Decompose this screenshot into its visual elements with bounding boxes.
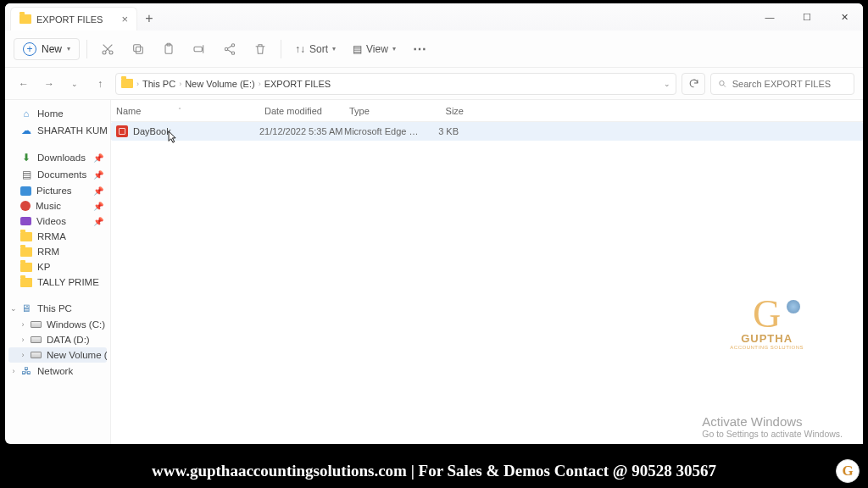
copy-icon[interactable] (125, 36, 152, 62)
chevron-down-icon: ▾ (332, 45, 336, 53)
sidebar-item-network[interactable]: › 🖧 Network (8, 363, 107, 380)
back-button[interactable]: ← (14, 74, 34, 94)
body: ⌂ Home ☁ SHARATH KUMAR ⬇ Downloads 📌 ▤ D… (5, 100, 863, 444)
sidebar-item-tally[interactable]: TALLY PRIME (8, 274, 107, 290)
sidebar-item-home[interactable]: ⌂ Home (8, 105, 107, 122)
chevron-right-icon: › (179, 80, 181, 88)
sidebar: ⌂ Home ☁ SHARATH KUMAR ⬇ Downloads 📌 ▤ D… (5, 100, 111, 444)
sidebar-label: Network (37, 366, 73, 376)
sidebar-item-drive-d[interactable]: › DATA (D:) (8, 332, 107, 347)
more-icon[interactable]: ⋯ (406, 36, 433, 62)
chevron-down-icon[interactable]: ⌄ (9, 304, 18, 313)
cut-icon[interactable] (94, 36, 121, 62)
music-icon (20, 201, 31, 211)
footer-text: www.gupthaaccountingsolutions.com | For … (152, 462, 716, 480)
folder-icon (20, 247, 32, 257)
search-icon (718, 79, 727, 89)
svg-rect-2 (136, 47, 142, 53)
svg-point-10 (720, 80, 724, 85)
footer-logo-icon: G (836, 459, 860, 483)
sidebar-label: RRM (37, 247, 59, 257)
delete-icon[interactable] (247, 36, 274, 62)
footer-banner: www.gupthaaccountingsolutions.com | For … (0, 454, 868, 488)
chevron-down-icon: ▾ (67, 45, 70, 53)
column-name[interactable]: Name ˄ (116, 106, 264, 116)
sidebar-item-downloads[interactable]: ⬇ Downloads 📌 (8, 149, 107, 166)
folder-icon (20, 278, 32, 287)
view-dropdown[interactable]: ▤ View ▾ (346, 40, 403, 58)
drive-icon (31, 352, 42, 358)
rename-icon[interactable] (186, 36, 213, 62)
chevron-right-icon[interactable]: › (19, 320, 27, 329)
chevron-right-icon[interactable]: › (19, 351, 27, 359)
pin-icon: 📌 (93, 170, 103, 180)
file-size-cell: 3 KB (420, 126, 459, 136)
pictures-icon (20, 186, 31, 196)
up-button[interactable]: ↑ (90, 74, 110, 94)
sort-asc-icon: ˄ (178, 107, 181, 114)
sidebar-item-pictures[interactable]: Pictures 📌 (8, 183, 107, 198)
sidebar-item-music[interactable]: Music 📌 (8, 198, 107, 214)
sidebar-item-onedrive[interactable]: ☁ SHARATH KUMAR (8, 122, 107, 139)
sidebar-item-drive-e[interactable]: › New Volume (E:) (8, 347, 107, 363)
sidebar-item-rrma[interactable]: RRMA (8, 229, 107, 244)
folder-icon (121, 79, 133, 88)
breadcrumb[interactable]: › This PC › New Volume (E:) › EXPORT FIL… (115, 73, 676, 95)
crumb-volume[interactable]: New Volume (E:) (185, 79, 255, 89)
separator (86, 40, 87, 58)
file-explorer-window: EXPORT FILES × + — ☐ ✕ + New ▾ ↑↓ Sort ▾ (5, 3, 863, 444)
folder-icon (20, 232, 32, 241)
crumb-folder[interactable]: EXPORT FILES (264, 79, 331, 89)
share-icon[interactable] (216, 36, 243, 62)
activate-subtitle: Go to Settings to activate Windows. (702, 429, 843, 439)
column-size[interactable]: Size (426, 106, 464, 116)
paste-icon[interactable] (155, 36, 182, 62)
sort-dropdown[interactable]: ↑↓ Sort ▾ (288, 40, 342, 58)
sidebar-item-rrm[interactable]: RRM (8, 244, 107, 259)
window-tab[interactable]: EXPORT FILES × (10, 7, 137, 30)
activate-title: Activate Windows (702, 414, 843, 429)
column-date[interactable]: Date modified (264, 106, 349, 116)
maximize-button[interactable]: ☐ (788, 3, 826, 30)
sidebar-item-drive-c[interactable]: › Windows (C:) (8, 317, 107, 332)
sidebar-label: Windows (C:) (47, 319, 105, 330)
sort-label: Sort (309, 43, 328, 55)
forward-button[interactable]: → (39, 74, 59, 94)
file-date-cell: 21/12/2022 5:35 AM (259, 126, 344, 136)
logo-icon: G (730, 295, 804, 334)
sidebar-label: RRMA (37, 231, 66, 241)
close-window-button[interactable]: ✕ (826, 3, 863, 30)
new-button[interactable]: + New ▾ (14, 38, 80, 60)
sidebar-item-this-pc[interactable]: ⌄ 🖥 This PC (8, 300, 107, 317)
sidebar-label: SHARATH KUMAR (37, 125, 107, 136)
chevron-down-icon[interactable]: ⌄ (664, 80, 670, 88)
sidebar-label: Downloads (37, 152, 86, 163)
tab-title: EXPORT FILES (36, 14, 103, 25)
activate-windows-overlay: Activate Windows Go to Settings to activ… (702, 414, 843, 439)
folder-icon (19, 14, 31, 24)
pin-icon: 📌 (93, 217, 103, 226)
minimize-button[interactable]: — (751, 3, 788, 30)
file-name: DayBook (133, 126, 171, 136)
sidebar-label: New Volume (E:) (47, 350, 107, 360)
chevron-right-icon[interactable]: › (9, 367, 18, 375)
search-input[interactable] (710, 73, 854, 95)
file-type-cell: Microsoft Edge PD... (344, 126, 420, 136)
file-row[interactable]: DayBook 21/12/2022 5:35 AM Microsoft Edg… (111, 122, 863, 141)
column-type[interactable]: Type (349, 106, 426, 116)
recent-dropdown[interactable]: ⌄ (64, 74, 85, 94)
new-tab-button[interactable]: + (137, 7, 161, 30)
search-field[interactable] (732, 79, 847, 89)
close-tab-icon[interactable]: × (121, 13, 128, 25)
sidebar-item-kp[interactable]: KP (8, 259, 107, 274)
chevron-right-icon: › (259, 80, 261, 88)
folder-icon (20, 263, 32, 272)
crumb-this-pc[interactable]: This PC (142, 79, 175, 89)
sidebar-label: Music (36, 201, 61, 211)
sidebar-item-documents[interactable]: ▤ Documents 📌 (8, 166, 107, 183)
col-label: Size (446, 106, 464, 116)
chevron-down-icon: ▾ (392, 45, 396, 53)
chevron-right-icon[interactable]: › (19, 336, 27, 344)
sidebar-item-videos[interactable]: Videos 📌 (8, 214, 107, 229)
refresh-button[interactable] (682, 73, 705, 95)
